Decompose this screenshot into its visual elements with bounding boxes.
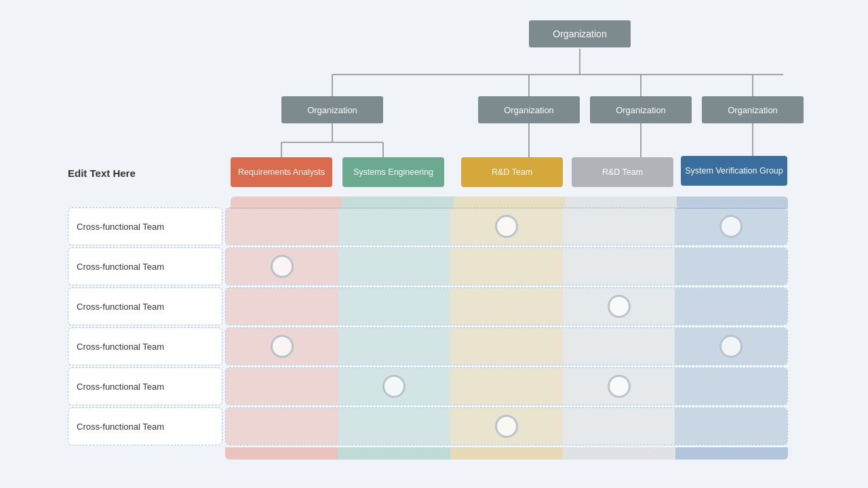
cell-0-1	[338, 208, 451, 245]
row-label-3: Cross-functional Team	[68, 327, 222, 365]
matrix-row-0: Cross-functional Team	[68, 207, 788, 245]
circle-4-1	[382, 375, 406, 398]
cell-1-4	[675, 248, 787, 285]
cell-0-4	[675, 208, 787, 245]
cell-5-1	[338, 408, 451, 445]
cell-4-3	[563, 368, 675, 405]
bottom-band-4	[563, 447, 675, 460]
cell-4-4	[675, 368, 787, 405]
row-label-5: Cross-functional Team	[68, 407, 222, 445]
row-label-0: Cross-functional Team	[68, 207, 222, 245]
matrix-row-1: Cross-functional Team	[68, 247, 788, 285]
cell-0-0	[226, 208, 338, 245]
cell-4-2	[450, 368, 563, 405]
cell-0-3	[563, 208, 675, 245]
matrix-row-4: Cross-functional Team	[68, 367, 788, 405]
cell-5-4	[675, 408, 787, 445]
matrix-row-2: Cross-functional Team	[68, 287, 788, 325]
row-cells-2	[225, 287, 788, 325]
cell-5-0	[226, 408, 338, 445]
cell-2-2	[450, 288, 563, 325]
cell-1-1	[338, 248, 451, 285]
level3-node-4: System Verification Group	[681, 156, 787, 186]
cell-1-2	[450, 248, 563, 285]
row-label-4: Cross-functional Team	[68, 367, 222, 405]
root-org-node: Organization	[529, 20, 631, 47]
edit-text-label: Edit Text Here	[68, 167, 136, 179]
level2-node-1: Organization	[478, 96, 580, 123]
cell-2-4	[675, 288, 787, 325]
cell-4-0	[226, 368, 338, 405]
circle-0-4	[719, 215, 743, 238]
level3-node-3: R&D Team	[572, 157, 673, 187]
level3-node-1: Systems Engineering	[342, 157, 444, 187]
cell-1-0	[226, 248, 338, 285]
matrix-row-5: Cross-functional Team	[68, 407, 788, 445]
level2-node-2: Organization	[590, 96, 692, 123]
cell-3-1	[338, 328, 451, 365]
bottom-band-1	[225, 447, 338, 460]
row-cells-4	[225, 367, 788, 405]
diagram-container: Organization Organization Organization O…	[0, 0, 868, 488]
cell-2-3	[563, 288, 675, 325]
bottom-bands	[225, 447, 788, 460]
cell-3-4	[675, 328, 787, 365]
level3-node-2: R&D Team	[461, 157, 563, 187]
cell-5-2	[450, 408, 563, 445]
circle-0-2	[495, 215, 518, 238]
cell-2-1	[338, 288, 451, 325]
row-label-1: Cross-functional Team	[68, 247, 222, 285]
cell-4-1	[338, 368, 451, 405]
circle-5-2	[495, 415, 518, 438]
row-cells-0	[225, 207, 788, 245]
bottom-band-2	[338, 447, 450, 460]
bottom-band-3	[450, 447, 563, 460]
bottom-band-5	[675, 447, 788, 460]
row-cells-1	[225, 247, 788, 285]
cell-2-0	[226, 288, 338, 325]
row-label-2: Cross-functional Team	[68, 287, 222, 325]
circle-3-4	[719, 335, 743, 358]
row-cells-5	[225, 407, 788, 445]
level3-node-0: Requirements Analysts	[231, 157, 332, 187]
circle-2-3	[608, 295, 631, 318]
circle-4-3	[608, 375, 631, 398]
level2-node-3: Organization	[702, 96, 804, 123]
circle-3-0	[271, 335, 294, 358]
cell-3-2	[450, 328, 563, 365]
cell-3-3	[563, 328, 675, 365]
matrix-row-3: Cross-functional Team	[68, 327, 788, 365]
cell-0-2	[450, 208, 563, 245]
level2-node-0: Organization	[281, 96, 383, 123]
circle-1-0	[271, 255, 294, 278]
cell-5-3	[563, 408, 675, 445]
cell-1-3	[563, 248, 675, 285]
cell-3-0	[226, 328, 338, 365]
matrix-area: Cross-functional Team Cross-functional T…	[68, 207, 788, 460]
row-cells-3	[225, 327, 788, 365]
